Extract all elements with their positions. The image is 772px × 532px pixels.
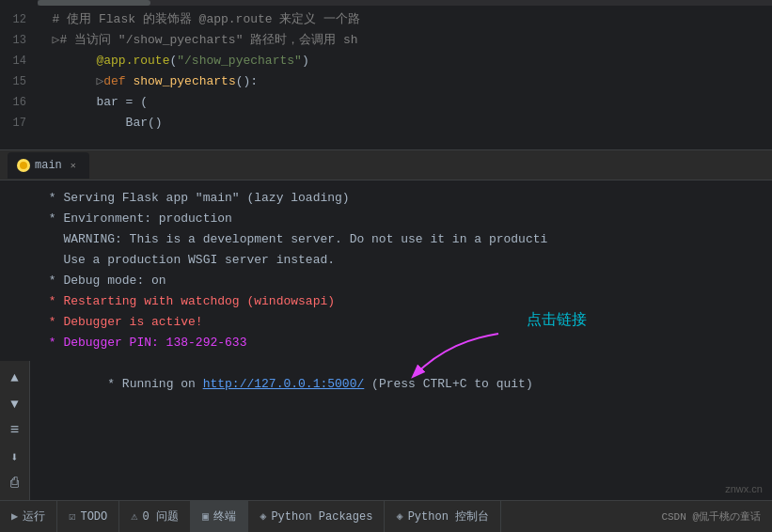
code-line-15: 15 ▷def show_pyecharts(): [0, 71, 772, 92]
tab-label: main [35, 159, 62, 172]
python-icon [17, 159, 30, 172]
problems-button[interactable]: ⚠ 0 问题 [119, 501, 191, 532]
watermark: znwx.cn [725, 483, 763, 494]
scroll-up-button[interactable]: ▲ [4, 367, 26, 389]
terminal-line-2: * Environment: production [41, 209, 761, 229]
terminal-tab-main[interactable]: main ✕ [8, 152, 89, 179]
flask-url-link[interactable]: http://127.0.0.1:5000/ [203, 377, 365, 391]
line-number: 17 [0, 113, 38, 133]
tab-close-button[interactable]: ✕ [67, 159, 80, 172]
todo-button[interactable]: ☑ TODO [57, 501, 119, 532]
code-lines: 12 # 使用 Flask 的装饰器 @app.route 来定义 一个路 13… [0, 0, 772, 133]
terminal-button[interactable]: ▣ 终端 [191, 501, 248, 532]
terminal-icon: ▣ [202, 509, 209, 524]
terminal-line-1: * Serving Flask app "main" (lazy loading… [41, 188, 761, 209]
line-content: # 使用 Flask 的装饰器 @app.route 来定义 一个路 [38, 9, 360, 30]
list-button[interactable]: ≡ [4, 419, 26, 442]
terminal-line-3: WARNING: This is a development server. D… [41, 229, 761, 250]
problems-icon: ⚠ [131, 509, 137, 524]
terminal-line-8: * Debugger PIN: 138-292-633 [41, 333, 761, 353]
scrollbar[interactable] [38, 0, 772, 6]
line-number: 13 [0, 30, 38, 51]
python-console-icon: ◈ [396, 509, 402, 524]
terminal-line-5: * Debug mode: on [41, 271, 761, 291]
scroll-down-button[interactable]: ▼ [4, 393, 26, 415]
terminal-line-9: * Running on http://127.0.0.1:5000/ (Pre… [41, 353, 761, 415]
print-button[interactable]: ⎙ [4, 472, 26, 494]
python-console-button[interactable]: ◈ Python 控制台 [385, 501, 501, 532]
code-line-16: 16 bar = ( [0, 92, 772, 113]
problems-label: 0 问题 [143, 509, 179, 524]
line-number: 12 [0, 9, 38, 30]
main-area: ▲ ▼ ≡ ⬇ ⎙ 🗑 * Serving Flask app "main" (… [0, 180, 772, 500]
line-number: 15 [0, 71, 38, 92]
code-editor: 12 # 使用 Flask 的装饰器 @app.route 来定义 一个路 13… [0, 0, 772, 150]
status-right-info: CSDN @侃千桃の童话 [650, 509, 772, 524]
terminal-line-9-post: (Press CTRL+C to quit) [364, 377, 532, 391]
python-console-label: Python 控制台 [408, 509, 489, 524]
terminal-line-7: * Debugger is active! [41, 312, 761, 333]
terminal-wrapper: * Serving Flask app "main" (lazy loading… [30, 180, 772, 500]
run-icon: ▶ [11, 509, 18, 524]
terminal-line-9-pre: * Running on [100, 377, 202, 391]
line-content: bar = ( [38, 92, 148, 113]
line-number: 16 [0, 92, 38, 113]
run-label: 运行 [23, 509, 45, 524]
line-content: Bar() [38, 113, 163, 133]
code-line-12: 12 # 使用 Flask 的装饰器 @app.route 来定义 一个路 [0, 9, 772, 30]
terminal-tabs-bar: main ✕ [0, 150, 772, 180]
line-number: 14 [0, 51, 38, 71]
scroll-thumb[interactable] [38, 0, 150, 6]
terminal-content: * Serving Flask app "main" (lazy loading… [30, 180, 772, 500]
python-packages-button[interactable]: ◈ Python Packages [248, 501, 385, 532]
todo-label: TODO [80, 510, 107, 524]
terminal-line-6: * Restarting with watchdog (windowsapi) [41, 291, 761, 312]
status-bar: ▶ 运行 ☑ TODO ⚠ 0 问题 ▣ 终端 ◈ Python Package… [0, 500, 772, 532]
code-line-17: 17 Bar() [0, 113, 772, 133]
todo-icon: ☑ [69, 509, 75, 524]
run-button[interactable]: ▶ 运行 [0, 501, 57, 532]
download-button[interactable]: ⬇ [4, 446, 26, 468]
python-packages-icon: ◈ [260, 509, 266, 524]
terminal-label: 终端 [213, 509, 236, 524]
terminal-line-4: Use a production WSGI server instead. [41, 250, 761, 271]
python-packages-label: Python Packages [271, 510, 372, 524]
